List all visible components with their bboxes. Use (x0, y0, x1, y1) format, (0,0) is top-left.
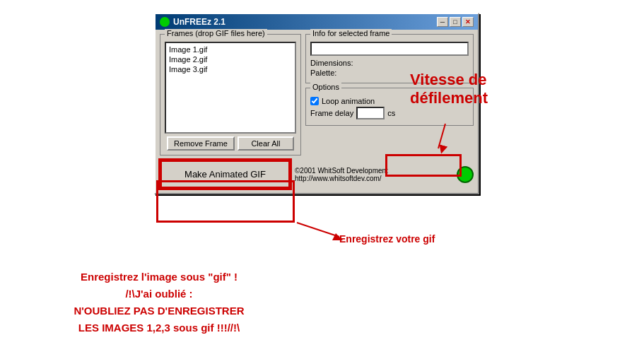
frames-list[interactable]: Image 1.gif Image 2.gif Image 3.gif (165, 42, 296, 134)
bottom-text-line1: Enregistrez l'image sous "gif" ! (0, 269, 318, 286)
enregistrez-gif-annotation: Enregistrez votre gif (339, 233, 435, 245)
loop-checkbox[interactable] (310, 97, 319, 105)
frames-panel: Frames (drop GIF files here) Image 1.gif… (160, 34, 301, 155)
bottom-row: Make Animated GIF ©2001 WhitSoft Develop… (160, 160, 474, 189)
title-buttons: ─ □ ✕ (437, 17, 474, 27)
clear-all-button[interactable]: Clear All (238, 136, 294, 151)
minimize-button[interactable]: ─ (437, 17, 448, 27)
copyright-line1: ©2001 WhitSoft Development (295, 167, 452, 175)
frames-buttons: Remove Frame Clear All (165, 136, 296, 151)
bottom-text-line3: N'OUBLIEZ PAS D'ENREGISTRER (0, 303, 318, 319)
palette-label: Palette: (310, 69, 336, 77)
make-animated-gif-button[interactable]: Make Animated GIF (160, 160, 291, 189)
frame-delay-label: Frame delay (310, 109, 353, 117)
bottom-text-line4: LES IMAGES 1,2,3 sous gif !!!//!\ (0, 319, 318, 336)
info-panel-label: Info for selected frame (310, 29, 392, 37)
enregistrez-gif-text: Enregistrez votre gif (339, 233, 435, 245)
vitesse-line1: Vitesse de (410, 71, 486, 88)
frames-panel-label: Frames (drop GIF files here) (165, 29, 267, 37)
frame-delay-input[interactable]: 70 (356, 107, 385, 119)
frame-delay-unit: cs (387, 109, 395, 117)
dimensions-label: Dimensions: (310, 59, 353, 67)
close-button[interactable]: ✕ (462, 17, 474, 27)
list-item[interactable]: Image 2.gif (168, 54, 293, 64)
svg-line-1 (297, 223, 339, 237)
list-item[interactable]: Image 1.gif (168, 45, 293, 54)
copyright-line2: http://www.whitsoftdev.com/ (295, 175, 452, 182)
green-indicator (457, 166, 474, 183)
options-label: Options (310, 83, 341, 91)
app-icon (160, 17, 170, 27)
dimensions-row: Dimensions: (310, 59, 469, 67)
title-bar: UnFREEz 2.1 ─ □ ✕ (156, 14, 478, 30)
restore-button[interactable]: □ (450, 17, 461, 27)
bottom-annotation: Enregistrez l'image sous "gif" ! /!\J'ai… (0, 269, 318, 336)
remove-frame-button[interactable]: Remove Frame (167, 136, 235, 151)
frame-delay-row: Frame delay 70 cs (310, 107, 469, 119)
bottom-text-line2: /!\J'ai oublié : (0, 286, 318, 303)
info-field (310, 42, 469, 56)
window-title: UnFREEz 2.1 (173, 17, 225, 27)
copyright-area: ©2001 WhitSoft Development http://www.wh… (295, 167, 452, 182)
title-bar-left: UnFREEz 2.1 (160, 17, 225, 27)
window-body: Frames (drop GIF files here) Image 1.gif… (156, 30, 478, 193)
list-item[interactable]: Image 3.gif (168, 64, 293, 74)
vitesse-annotation: Vitesse de défilement (410, 71, 488, 108)
loop-label: Loop animation (322, 97, 375, 105)
vitesse-line2: défilement (410, 89, 488, 107)
